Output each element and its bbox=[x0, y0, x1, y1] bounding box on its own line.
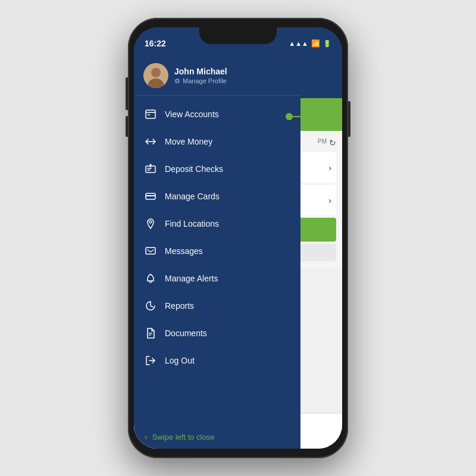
arrow-line bbox=[293, 116, 342, 117]
menu-item-view-accounts[interactable]: View Accounts bbox=[134, 101, 300, 128]
manage-cards-label: Manage Cards bbox=[165, 192, 220, 201]
profile-info: John Michael ⚙ Manage Profile bbox=[174, 67, 291, 85]
arrow-annotation bbox=[286, 115, 342, 117]
view-accounts-icon bbox=[145, 108, 156, 120]
manage-alerts-label: Manage Alerts bbox=[165, 274, 218, 283]
menu-item-log-out[interactable]: Log Out bbox=[134, 347, 300, 374]
swipe-hint: ‹ Swipe left to close bbox=[134, 425, 300, 449]
view-accounts-label: View Accounts bbox=[165, 109, 219, 119]
menu-item-deposit-checks[interactable]: Deposit Checks bbox=[134, 155, 300, 183]
manage-cards-icon bbox=[145, 190, 156, 202]
messages-label: Messages bbox=[165, 246, 203, 256]
svg-rect-3 bbox=[146, 110, 155, 118]
power-button[interactable] bbox=[348, 101, 350, 137]
status-icons: ▲▲▲ 📶 🔋 bbox=[289, 39, 331, 48]
status-time: 16:22 bbox=[145, 39, 166, 48]
battery-icon: 🔋 bbox=[323, 40, 331, 48]
log-out-label: Log Out bbox=[165, 356, 195, 365]
deposit-checks-icon bbox=[145, 163, 156, 175]
phone-wrapper: 16:22 ▲▲▲ 📶 🔋 or Life INFO ⬇ 🔍 bbox=[128, 18, 348, 458]
arrow-dot bbox=[286, 113, 293, 120]
avatar bbox=[143, 63, 168, 88]
menu-item-reports[interactable]: Reports bbox=[134, 292, 300, 320]
svg-point-9 bbox=[149, 221, 152, 223]
find-locations-icon bbox=[145, 218, 156, 230]
reports-label: Reports bbox=[165, 301, 194, 311]
documents-icon bbox=[145, 327, 156, 339]
deposit-checks-label: Deposit Checks bbox=[165, 164, 223, 174]
volume-up-button[interactable] bbox=[126, 89, 128, 110]
documents-label: Documents bbox=[165, 328, 207, 338]
move-money-icon bbox=[145, 136, 156, 148]
mute-button[interactable] bbox=[126, 77, 128, 92]
reports-icon bbox=[145, 300, 156, 312]
find-locations-label: Find Locations bbox=[165, 219, 219, 228]
drawer-profile: John Michael ⚙ Manage Profile bbox=[134, 54, 300, 96]
manage-profile-link[interactable]: ⚙ Manage Profile bbox=[174, 77, 291, 85]
menu-item-manage-alerts[interactable]: Manage Alerts bbox=[134, 265, 300, 292]
menu-item-move-money[interactable]: Move Money bbox=[134, 128, 300, 155]
account-arrow-icon: › bbox=[328, 163, 331, 173]
svg-point-1 bbox=[151, 68, 161, 77]
refresh-icon[interactable]: ↻ bbox=[329, 138, 336, 148]
log-out-icon bbox=[145, 355, 156, 367]
menu-item-manage-cards[interactable]: Manage Cards bbox=[134, 183, 300, 210]
manage-profile-label: Manage Profile bbox=[183, 77, 227, 84]
manage-alerts-icon bbox=[145, 273, 156, 284]
swipe-left-icon: ‹ bbox=[145, 432, 148, 441]
menu-item-documents[interactable]: Documents bbox=[134, 320, 300, 347]
messages-icon bbox=[145, 245, 156, 257]
profile-name: John Michael bbox=[174, 67, 291, 76]
swipe-hint-label: Swipe left to close bbox=[152, 433, 215, 441]
notch bbox=[199, 27, 277, 44]
gear-icon: ⚙ bbox=[174, 77, 180, 85]
wifi-icon: 📶 bbox=[311, 39, 320, 48]
move-money-label: Move Money bbox=[165, 137, 212, 146]
side-drawer: John Michael ⚙ Manage Profile bbox=[134, 54, 300, 449]
time-label: PM bbox=[318, 138, 327, 148]
drawer-menu: View Accounts Move Money bbox=[134, 96, 300, 425]
account-arrow-icon-2: › bbox=[328, 196, 331, 205]
svg-rect-10 bbox=[146, 248, 155, 254]
menu-item-messages[interactable]: Messages bbox=[134, 237, 300, 265]
menu-item-find-locations[interactable]: Find Locations bbox=[134, 210, 300, 237]
signal-icon: ▲▲▲ bbox=[289, 40, 308, 47]
volume-down-button[interactable] bbox=[126, 116, 128, 137]
phone-screen: 16:22 ▲▲▲ 📶 🔋 or Life INFO ⬇ 🔍 bbox=[134, 27, 342, 449]
